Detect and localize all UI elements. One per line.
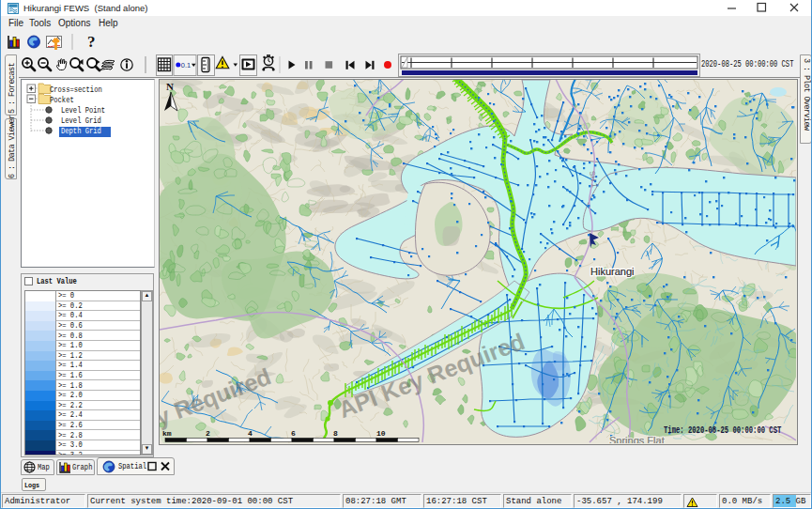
svg-text:0.1: 0.1	[181, 61, 191, 69]
svg-text:Hikurangi: Hikurangi	[590, 266, 634, 277]
svg-text:Springs Flat: Springs Flat	[609, 435, 665, 443]
svg-text:?: ?	[87, 33, 96, 51]
svg-text:6: 6	[291, 429, 296, 438]
svg-text:4: 4	[248, 429, 253, 438]
svg-text:2: 2	[206, 429, 210, 438]
svg-text:km: km	[162, 429, 172, 438]
svg-text:10: 10	[376, 429, 386, 438]
svg-text:N: N	[166, 81, 174, 92]
svg-text:8: 8	[333, 429, 338, 438]
